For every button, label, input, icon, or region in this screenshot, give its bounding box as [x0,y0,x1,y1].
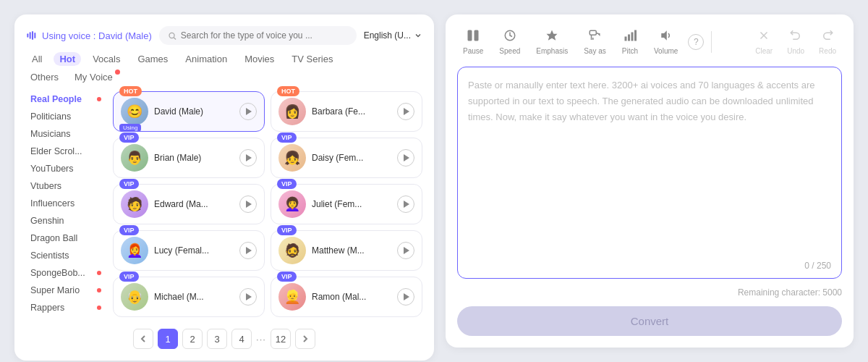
convert-button[interactable]: Convert [457,306,842,336]
toolbar: PauseSpeedEmphasisSay asPitchVolume?Clea… [457,26,842,58]
play-button[interactable] [239,103,257,120]
tool-volume[interactable]: Volume [648,26,684,58]
voice-card-juliet-fem-[interactable]: VIP👩‍🦱Juliet (Fem... [271,184,422,224]
voice-card-matthew-m-[interactable]: VIP🧔Matthew (M... [271,230,422,271]
voice-name: Barbara (Fe... [312,106,391,117]
sidebar-item-scientists[interactable]: Scientists [26,248,106,264]
tool-undo[interactable]: Undo [781,26,810,58]
svg-rect-23 [624,37,626,41]
svg-rect-17 [475,30,479,41]
voice-name: Michael (M... [154,292,234,302]
play-button[interactable] [397,103,414,120]
voice-card-michael-m-[interactable]: VIP👴Michael (M... [113,277,265,317]
tool-redo[interactable]: Redo [813,26,842,58]
voice-card-daisy-fem-[interactable]: VIP👧Daisy (Fem... [271,138,422,178]
svg-marker-7 [404,108,409,115]
tool-emphasis[interactable]: Emphasis [530,26,574,58]
voice-card-brian-male-[interactable]: VIP👨Brian (Male) [113,138,265,178]
voice-badge: VIP [277,179,297,189]
avatar: 🧔 [278,237,306,264]
voice-card-lucy-femal-[interactable]: VIP👩‍🦰Lucy (Femal... [113,230,265,271]
voice-card-edward-ma-[interactable]: VIP🧑Edward (Ma... [113,184,265,224]
filter-tab-hot[interactable]: Hot [54,52,81,66]
voice-badge: HOT [277,86,299,96]
play-button[interactable] [397,242,414,259]
voice-card-barbara-fe-[interactable]: HOT👩Barbara (Fe... [271,91,422,132]
voice-name: Ramon (Mal... [312,292,391,302]
tool-speed[interactable]: Speed [493,26,526,58]
avatar: 👴 [121,283,148,311]
svg-marker-8 [246,154,252,161]
tool-pitch[interactable]: Pitch [616,26,644,58]
char-count: 0 / 250 [804,261,831,271]
info-button[interactable]: ? [688,34,704,50]
play-button[interactable] [397,195,414,213]
clear-icon [757,29,771,46]
second-row-tabs: OthersMy Voice [26,70,422,84]
pagination-page-4[interactable]: 4 [231,329,252,349]
play-button[interactable] [239,242,257,259]
pause-icon [466,29,480,46]
tool-say as[interactable]: Say as [578,26,612,58]
tool-clear[interactable]: Clear [749,26,778,58]
play-button[interactable] [239,288,257,306]
language-select[interactable]: English (U... [364,30,422,41]
second-tab-others[interactable]: Others [26,70,63,84]
voice-badge: VIP [277,132,297,143]
play-button[interactable] [397,149,414,167]
pagination-page-12[interactable]: 12 [271,329,291,349]
voice-card-david-male-[interactable]: HOT😊David (Male)Using [113,91,265,132]
filter-tab-animation[interactable]: Animation [179,52,233,66]
pagination-page-2[interactable]: 2 [182,329,203,349]
sidebar-item-real-people[interactable]: Real People [26,91,106,107]
search-input[interactable] [181,30,348,41]
svg-marker-14 [246,293,252,300]
filter-tab-vocals[interactable]: Vocals [87,52,126,66]
sidebar-item-influencers[interactable]: Influencers [26,195,106,211]
sidebar-item-rappers[interactable]: Rappers [26,300,106,316]
pagination-page-1[interactable]: 1 [158,329,178,349]
svg-marker-6 [246,108,252,115]
second-tab-my-voice[interactable]: My Voice [70,70,117,84]
sidebar-item-elder-scrol-[interactable]: Elder Scrol... [26,143,106,159]
pagination-next[interactable] [295,329,315,349]
voice-name: David (Male) [154,106,234,117]
filter-tab-movies[interactable]: Movies [239,52,280,66]
sidebar-item-spongebob-[interactable]: SpongeBob... [26,265,106,281]
toolbar-right-group: ClearUndoRedo [749,26,842,58]
dot-indicator [97,288,101,292]
clear-label: Clear [755,47,773,55]
filter-tab-games[interactable]: Games [132,52,174,66]
search-icon [168,31,176,41]
text-area-container[interactable]: Paste or manaully enter text here. 3200+… [457,67,842,279]
svg-rect-1 [30,32,31,38]
play-button[interactable] [239,149,257,167]
chevron-down-icon [414,31,422,40]
avatar: 👧 [278,144,306,172]
sidebar-item-politicians[interactable]: Politicians [26,109,106,125]
sidebar-item-youtubers[interactable]: YouTubers [26,161,106,177]
pagination-page-3[interactable]: 3 [207,329,227,349]
voice-header: Using voice : David (Male) English (U... [26,26,422,45]
sidebar-item-super-mario[interactable]: Super Mario [26,282,106,298]
play-button[interactable] [239,195,257,213]
avatar: 👩‍🦰 [121,237,148,264]
voice-name: Brian (Male) [154,153,234,163]
toolbar-divider [711,31,712,53]
svg-rect-0 [27,33,28,37]
sidebar-item-dragon-ball[interactable]: Dragon Ball [26,230,106,246]
tool-pause[interactable]: Pause [457,26,489,58]
voice-card-ramon-mal-[interactable]: VIP👱Ramon (Mal... [271,277,422,317]
pagination-prev[interactable] [133,329,153,349]
play-button[interactable] [397,288,414,306]
sidebar-item-genshin[interactable]: Genshin [26,213,106,229]
search-bar[interactable] [159,26,357,45]
filter-tab-tv series[interactable]: TV Series [286,52,339,66]
svg-line-5 [174,37,176,39]
using-voice-label: Using voice : David (Male) [26,30,152,41]
right-panel: PauseSpeedEmphasisSay asPitchVolume?Clea… [446,14,854,348]
sidebar-item-vtubers[interactable]: Vtubers [26,178,106,194]
sidebar-item-musicians[interactable]: Musicians [26,126,106,142]
svg-marker-9 [404,154,409,161]
filter-tab-all[interactable]: All [26,52,48,66]
